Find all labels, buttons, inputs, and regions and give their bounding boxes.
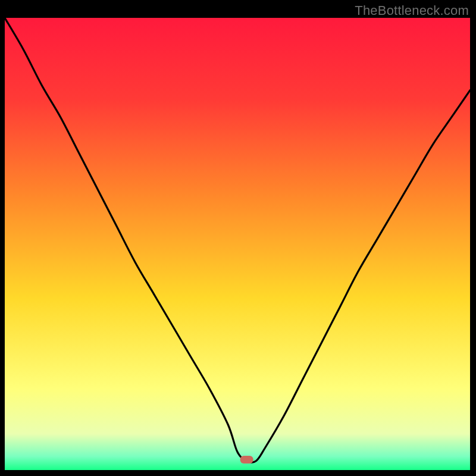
optimal-marker (240, 456, 253, 464)
gradient-background (5, 18, 470, 470)
chart-frame (5, 18, 470, 470)
watermark-text: TheBottleneck.com (355, 3, 469, 18)
bottleneck-chart (5, 18, 470, 470)
